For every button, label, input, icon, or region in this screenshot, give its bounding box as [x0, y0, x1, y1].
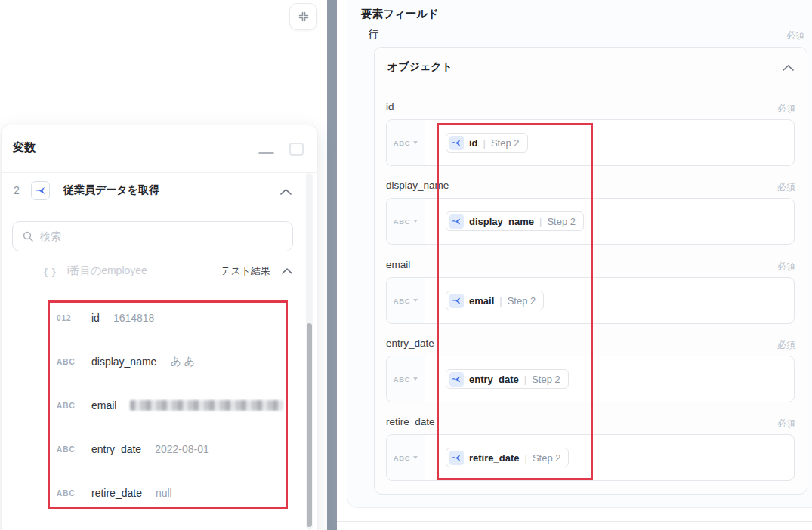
chevron-up-icon[interactable]	[279, 187, 292, 196]
element-field-title: 要素フィールド	[361, 7, 439, 21]
step-app-icon	[31, 181, 50, 200]
type-dropdown[interactable]: ABC	[387, 120, 425, 165]
value-input[interactable]: entry_date | Step 2	[425, 356, 794, 402]
required-badge: 必須	[777, 181, 795, 194]
value-input[interactable]: id | Step 2	[425, 120, 794, 165]
caret-down-icon	[413, 299, 418, 302]
maximize-icon[interactable]	[289, 143, 304, 156]
field-label-email: email	[386, 259, 410, 270]
variable-row-retire-date[interactable]: ABC retire_date null	[57, 485, 283, 501]
variable-chip-id[interactable]: id | Step 2	[446, 133, 528, 153]
chevron-up-icon[interactable]	[281, 267, 293, 276]
text-type-icon: ABC	[57, 445, 78, 454]
divider	[375, 88, 807, 88]
field-input-email[interactable]: ABC email | Step 2	[386, 277, 795, 324]
object-section-title: オブジェクト	[387, 60, 452, 74]
group-label: i番目のemployee	[67, 264, 147, 278]
minimize-icon[interactable]	[258, 152, 274, 154]
variable-chip-retire-date[interactable]: retire_date | Step 2	[446, 448, 569, 467]
section-divider	[337, 521, 812, 522]
step-name[interactable]: 従業員データを取得	[63, 183, 159, 197]
text-type-icon: ABC	[57, 358, 78, 366]
search-box[interactable]	[12, 221, 293, 251]
required-badge: 必須	[786, 29, 804, 42]
field-label-display-name: display_name	[386, 180, 449, 191]
variable-chip-display-name[interactable]: display_name | Step 2	[446, 211, 584, 231]
variable-row-entry-date[interactable]: ABC entry_date 2022-08-01	[57, 441, 283, 458]
field-label-id: id	[386, 101, 394, 112]
variable-chip-email[interactable]: email | Step 2	[446, 291, 544, 310]
field-label-entry-date: entry_date	[386, 337, 434, 349]
required-badge: 必須	[777, 339, 795, 352]
row-label: 行	[368, 28, 378, 42]
type-dropdown[interactable]: ABC	[387, 199, 425, 244]
variables-window-title: 変数	[13, 140, 36, 155]
caret-down-icon	[413, 377, 418, 381]
redacted-value	[130, 400, 283, 411]
field-input-retire-date[interactable]: ABC retire_date | Step 2	[386, 434, 795, 481]
caret-down-icon	[413, 141, 418, 144]
search-icon	[22, 230, 34, 242]
chevron-up-icon[interactable]	[782, 63, 795, 72]
field-label-retire-date: retire_date	[386, 416, 435, 427]
object-section	[374, 47, 807, 495]
value-input[interactable]: display_name | Step 2	[425, 199, 794, 244]
caret-down-icon	[413, 220, 418, 223]
app-icon	[449, 214, 464, 229]
value-input[interactable]: retire_date | Step 2	[425, 435, 794, 480]
scrollbar-thumb[interactable]	[307, 323, 312, 527]
text-type-icon: ABC	[57, 402, 78, 410]
text-type-icon: ABC	[57, 489, 78, 498]
variable-row-id[interactable]: 012 id 1614818	[57, 310, 283, 326]
collapse-icon	[298, 11, 310, 23]
app-icon	[449, 372, 464, 387]
app-icon	[449, 451, 464, 465]
type-dropdown[interactable]: ABC	[387, 356, 425, 402]
field-input-entry-date[interactable]: ABC entry_date | Step 2	[386, 356, 795, 402]
value-input[interactable]: email | Step 2	[425, 278, 794, 323]
required-badge: 必須	[777, 260, 795, 273]
employee-group-row[interactable]: { } i番目のemployee テスト結果	[12, 263, 293, 279]
number-type-icon: 012	[57, 314, 78, 322]
step-number: 2	[14, 184, 20, 196]
type-dropdown-label: ABC	[394, 139, 410, 147]
variable-row-display-name[interactable]: ABC display_name あ あ	[57, 353, 283, 370]
field-input-id[interactable]: ABC id | Step 2	[386, 119, 795, 166]
caret-down-icon	[413, 456, 418, 459]
required-badge: 必須	[777, 418, 795, 430]
object-braces-icon: { }	[44, 266, 57, 277]
app-icon	[449, 294, 464, 308]
variable-chip-entry-date[interactable]: entry_date | Step 2	[446, 369, 569, 389]
field-input-display-name[interactable]: ABC display_name | Step 2	[386, 198, 795, 245]
divider	[2, 172, 317, 173]
variable-row-email[interactable]: ABC email	[57, 397, 283, 414]
type-dropdown[interactable]: ABC	[387, 435, 425, 480]
collapse-panel-button[interactable]	[289, 3, 317, 30]
test-result-label[interactable]: テスト結果	[221, 264, 270, 278]
type-dropdown[interactable]: ABC	[387, 278, 425, 323]
search-input[interactable]	[40, 230, 283, 242]
panel-divider	[327, 0, 337, 530]
required-badge: 必須	[777, 103, 795, 116]
app-icon	[449, 136, 464, 150]
